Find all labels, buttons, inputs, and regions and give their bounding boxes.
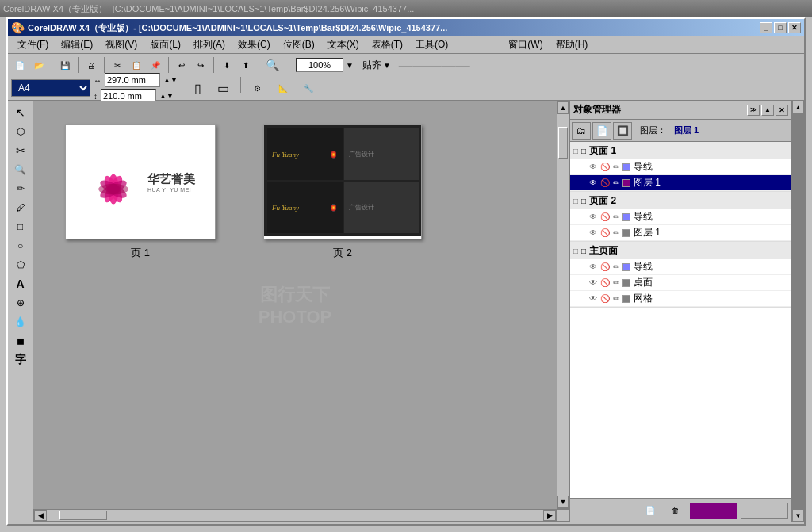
page-2-label: 页 2	[333, 246, 352, 260]
save-button[interactable]: 💾	[56, 56, 74, 74]
text-tool[interactable]: A	[11, 275, 30, 293]
tab-icon-1[interactable]: 🗂	[572, 122, 591, 140]
zoom-box: ▼	[296, 58, 354, 72]
ellipse-tool[interactable]: ○	[11, 237, 30, 255]
inner-window: 🎨 CorelDRAW X4（专业版）- [C:\DOCUME~1\ADMINI…	[6, 17, 806, 526]
copy-button[interactable]: 📋	[128, 56, 145, 74]
close-button[interactable]: ✕	[788, 22, 801, 33]
sep-2	[78, 57, 79, 73]
export-button[interactable]: ⬆	[237, 56, 255, 74]
tree-item-main-grid[interactable]: 👁 🚫 ✏ 网格	[570, 291, 791, 307]
portrait-button[interactable]: ▯	[187, 77, 209, 99]
h-scrollbar[interactable]: ◀ ▶	[33, 509, 557, 522]
scroll-up-btn[interactable]: ▲	[557, 101, 569, 114]
open-button[interactable]: 📂	[30, 56, 48, 74]
color-dropper-tool[interactable]: 💧	[11, 313, 30, 331]
v-scrollbar[interactable]: ▲ ▼	[557, 101, 569, 509]
tree-header-page1[interactable]: □ □ 页面 1	[570, 142, 791, 159]
cut-button[interactable]: ✂	[109, 56, 126, 74]
pencil-icon-p2-layer1: ✏	[613, 228, 619, 237]
tree-item-page1-layer1[interactable]: 👁 🚫 ✏ 图层 1	[570, 175, 791, 191]
shape-tool[interactable]: ⬡	[11, 123, 30, 140]
menu-table[interactable]: 表格(T)	[366, 36, 409, 53]
outer-titlebar: CorelDRAW X4（专业版）- [C:\DOCUME~1\ADMINI~1…	[0, 0, 812, 17]
guides-button[interactable]: 📐	[272, 77, 294, 99]
crop-tool[interactable]: ✂	[11, 142, 30, 159]
smart-fill-tool[interactable]: 🖊	[11, 199, 30, 216]
rectangle-tool[interactable]: □	[11, 218, 30, 235]
maximize-button[interactable]: □	[774, 22, 787, 33]
zoom-out-button[interactable]: 🔍	[263, 56, 281, 74]
landscape-button[interactable]: ▭	[213, 77, 235, 99]
tab-icon-3[interactable]: 🔲	[613, 122, 632, 140]
text-bottom-tool[interactable]: 字	[11, 351, 30, 369]
tree-section-page1: □ □ 页面 1 👁 🚫 ✏ 导线 👁	[570, 142, 791, 192]
card-cell-2: 广告设计	[344, 128, 419, 180]
paste-button[interactable]: 📌	[147, 56, 164, 74]
left-toolbar: ↖ ⬡ ✂ 🔍 ✏ 🖊 □ ○ ⬠ A ⊕ 💧 ◼ 字	[8, 101, 33, 522]
polygon-tool[interactable]: ⬠	[11, 256, 30, 274]
obj-delete-layer-btn[interactable]: 🗑	[665, 502, 687, 519]
menu-text[interactable]: 文本(X)	[321, 36, 366, 53]
width-unit-arrow[interactable]: ▲▼	[163, 76, 178, 84]
undo-button[interactable]: ↩	[173, 56, 190, 74]
h-scroll-thumb[interactable]	[59, 511, 107, 520]
width-input[interactable]	[105, 73, 160, 87]
main-area: ↖ ⬡ ✂ 🔍 ✏ 🖊 □ ○ ⬠ A ⊕ 💧 ◼ 字 图行天下PHOTOP	[8, 101, 804, 522]
page-settings-button[interactable]: ⚙	[247, 77, 269, 99]
scroll-down-btn[interactable]: ▼	[557, 496, 569, 508]
scroll-right-btn[interactable]: ▶	[543, 510, 556, 521]
extra-button[interactable]: 🔧	[297, 77, 320, 99]
page-2-canvas[interactable]: Fu Yuany 🏮 广告设计 Fu Yuany 🏮	[263, 124, 422, 239]
checkbox-page1: □	[581, 147, 586, 155]
scroll-left-btn[interactable]: ◀	[34, 510, 47, 521]
snap-arrow[interactable]: ▼	[383, 61, 391, 70]
zoom-tool[interactable]: 🔍	[11, 161, 30, 178]
interactive-fill-tool[interactable]: ◼	[11, 332, 30, 350]
page-1-canvas[interactable]: 华艺誉美 HUA YI YU MEI	[65, 124, 216, 239]
redo-button[interactable]: ↪	[192, 56, 209, 74]
tree-header-page2[interactable]: □ □ 页面 2	[570, 192, 791, 209]
canvas-area[interactable]: 图行天下PHOTOP	[33, 101, 569, 522]
zoom-dropdown-arrow[interactable]: ▼	[346, 61, 354, 70]
menu-window[interactable]: 窗口(W)	[502, 36, 549, 53]
import-button[interactable]: ⬇	[218, 56, 236, 74]
height-icon: ↕	[94, 92, 98, 101]
minimize-button[interactable]: _	[760, 22, 772, 33]
obj-manager-expand-btn[interactable]: ≫	[747, 105, 760, 116]
obj-manager-close-btn[interactable]: ✕	[776, 105, 788, 116]
right-scroll-down[interactable]: ▼	[792, 509, 804, 522]
pencil-icon-p1-guide: ✏	[613, 163, 619, 171]
connector-tool[interactable]: ⊕	[11, 294, 30, 312]
zoom-input[interactable]	[296, 58, 343, 72]
p2-guide-label: 导线	[634, 210, 653, 224]
menu-help[interactable]: 帮助(H)	[550, 36, 595, 53]
menu-arrange[interactable]: 排列(A)	[187, 36, 232, 53]
menu-layout[interactable]: 版面(L)	[144, 36, 187, 53]
right-scroll-up[interactable]: ▲	[792, 101, 804, 113]
obj-new-layer-btn[interactable]: 📄	[639, 502, 661, 519]
tree-item-page2-guide[interactable]: 👁 🚫 ✏ 导线	[570, 209, 791, 225]
card-1-name: Fu Yuany	[272, 151, 299, 159]
v-scroll-thumb[interactable]	[558, 127, 568, 159]
height-unit-arrow[interactable]: ▲▼	[159, 92, 174, 100]
menu-view[interactable]: 视图(V)	[99, 36, 144, 53]
page-size-selector[interactable]: A4	[11, 79, 90, 97]
select-tool[interactable]: ↖	[11, 104, 30, 121]
menu-tools[interactable]: 工具(O)	[409, 36, 454, 53]
tree-item-main-guide[interactable]: 👁 🚫 ✏ 导线	[570, 259, 791, 275]
menu-effects[interactable]: 效果(C)	[232, 36, 277, 53]
tab-icon-2[interactable]: 📄	[592, 122, 611, 140]
freehand-tool[interactable]: ✏	[11, 180, 30, 197]
menu-file[interactable]: 文件(F)	[11, 36, 55, 53]
tree-item-page1-guide[interactable]: 👁 🚫 ✏ 导线	[570, 159, 791, 175]
menu-bitmap[interactable]: 位图(B)	[277, 36, 321, 53]
tree-item-page2-layer1[interactable]: 👁 🚫 ✏ 图层 1	[570, 225, 791, 241]
obj-manager-float-btn[interactable]: ▲	[761, 105, 774, 116]
print-button[interactable]: 🖨	[82, 56, 100, 74]
new-button[interactable]: 📄	[11, 56, 29, 74]
tree-header-main[interactable]: □ □ 主页面	[570, 242, 791, 259]
menu-edit[interactable]: 编辑(E)	[55, 36, 99, 53]
tree-item-main-desktop[interactable]: 👁 🚫 ✏ 桌面	[570, 275, 791, 291]
obj-tree[interactable]: □ □ 页面 1 👁 🚫 ✏ 导线 👁	[570, 142, 791, 498]
